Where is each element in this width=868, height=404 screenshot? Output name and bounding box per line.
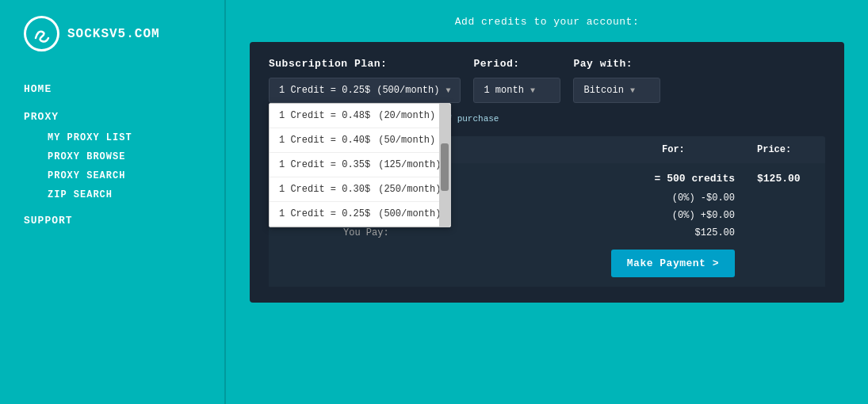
logo-icon [24, 16, 59, 51]
nav-section-home: HOME [24, 83, 201, 105]
paywith-label: Pay with: [573, 58, 660, 70]
nav-sub-proxy: MY PROXY LIST PROXY BROWSE PROXY SEARCH … [48, 132, 201, 200]
nav-proxy-browse[interactable]: PROXY BROWSE [48, 151, 201, 162]
nav-section-proxy: PROXY MY PROXY LIST PROXY BROWSE PROXY S… [24, 111, 201, 208]
dropdown-item-2-qty: (125/month) [378, 159, 441, 170]
period-dropdown[interactable]: 1 month ▼ [473, 78, 560, 103]
dropdown-item-3-value: 1 Credit = 0.30$ [279, 184, 370, 195]
paywith-dropdown[interactable]: Bitcoin ▼ [573, 78, 660, 103]
dropdown-item-3[interactable]: 1 Credit = 0.30$ (250/month) [270, 177, 450, 202]
you-pay-row: You Pay: $125.00 [343, 227, 735, 238]
subscription-row: Subscription Plan: 1 Credit = 0.25$ (500… [269, 58, 825, 103]
subscription-plan-qty: (500/month) [377, 85, 439, 96]
paywith-dropdown-arrow: ▼ [630, 86, 635, 95]
nav-proxy-search[interactable]: PROXY SEARCH [48, 170, 201, 181]
subscription-dropdown-arrow: ▼ [445, 86, 450, 95]
dropdown-item-0-qty: (20/month) [378, 110, 435, 121]
dropdown-item-4[interactable]: 1 Credit = 0.25$ (500/month) [270, 202, 450, 227]
nav-zip-search[interactable]: ZIP SEARCH [48, 189, 201, 200]
logo-text: SOCKSV5.COM [67, 27, 160, 41]
logo-area: SOCKSV5.COM [24, 16, 201, 51]
subscription-dropdown-menu: 1 Credit = 0.48$ (20/month) 1 Credit = 0… [269, 103, 451, 227]
price-col-header: Price: [746, 136, 825, 163]
nav-support[interactable]: SUPPORT [24, 215, 201, 227]
dropdown-scrollbar-thumb [441, 143, 449, 191]
paywith-value: Bitcoin [583, 85, 623, 96]
credits-value: = 500 credits [655, 173, 735, 185]
dropdown-item-3-qty: (250/month) [378, 184, 441, 195]
page-header: Add credits to your account: [250, 16, 844, 28]
period-group: Period: 1 month ▼ [473, 58, 560, 103]
nav-my-proxy-list[interactable]: MY PROXY LIST [48, 132, 201, 143]
discount-val: (0%) -$0.00 [672, 192, 735, 204]
subscription-plan-group: Subscription Plan: 1 Credit = 0.25$ (500… [269, 58, 461, 103]
price-body-value: $125.00 [746, 163, 825, 194]
subscription-plan-label: Subscription Plan: [269, 58, 461, 70]
dropdown-item-4-qty: (500/month) [378, 208, 441, 219]
nav-home[interactable]: HOME [24, 83, 201, 95]
period-dropdown-arrow: ▼ [530, 86, 535, 95]
period-label: Period: [473, 58, 560, 70]
subscription-card: Subscription Plan: 1 Credit = 0.25$ (500… [250, 42, 844, 303]
make-payment-button[interactable]: Make Payment > [611, 250, 735, 277]
nav-section-support: SUPPORT [24, 215, 201, 236]
for-col-header: For: [651, 136, 746, 163]
main-area: Add credits to your account: Subscriptio… [226, 0, 868, 404]
subscription-plan-dropdown[interactable]: 1 Credit = 0.25$ (500/month) ▼ [269, 78, 461, 103]
sidebar: SOCKSV5.COM HOME PROXY MY PROXY LIST PRO… [0, 0, 226, 404]
you-pay-val: $125.00 [695, 227, 735, 238]
you-pay-key: You Pay: [343, 227, 423, 238]
period-value: 1 month [484, 85, 523, 96]
nav-proxy[interactable]: PROXY [24, 111, 201, 123]
exchange-fee-val: (0%) +$0.00 [672, 210, 735, 221]
dropdown-item-4-value: 1 Credit = 0.25$ [279, 208, 370, 219]
dropdown-item-0[interactable]: 1 Credit = 0.48$ (20/month) [270, 104, 450, 128]
payment-btn-area: Make Payment > [343, 250, 735, 277]
dropdown-item-1-value: 1 Credit = 0.40$ [279, 135, 370, 146]
subscription-plan-value: 1 Credit = 0.25$ [279, 85, 370, 96]
dropdown-item-2[interactable]: 1 Credit = 0.35$ (125/month) [270, 153, 450, 177]
dropdown-item-2-value: 1 Credit = 0.35$ [279, 159, 370, 170]
dropdown-scrollbar[interactable] [439, 104, 450, 227]
dropdown-item-1[interactable]: 1 Credit = 0.40$ (50/month) [270, 128, 450, 153]
paywith-group: Pay with: Bitcoin ▼ [573, 58, 660, 103]
dropdown-item-1-qty: (50/month) [378, 135, 435, 146]
dropdown-item-0-value: 1 Credit = 0.48$ [279, 110, 370, 121]
